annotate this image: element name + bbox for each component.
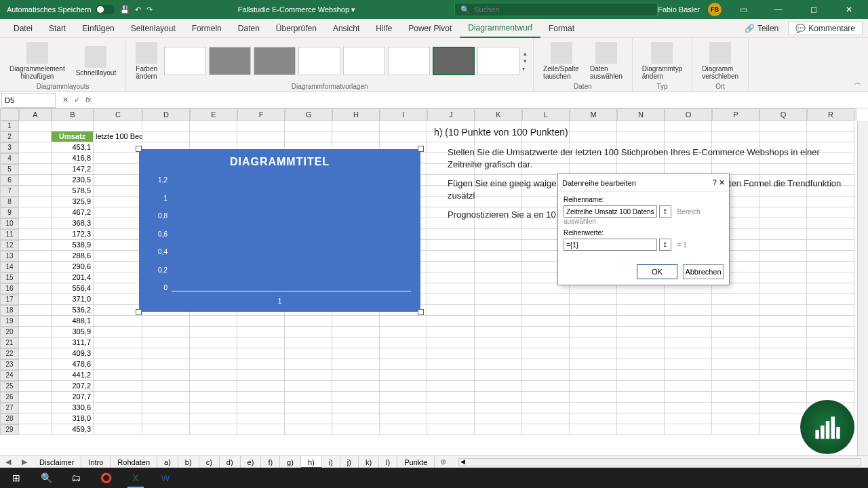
cell[interactable] <box>570 327 617 338</box>
cell[interactable] <box>522 370 570 381</box>
cell[interactable] <box>94 348 142 359</box>
cell[interactable] <box>617 370 665 381</box>
tab-format[interactable]: Format <box>540 19 583 38</box>
move-chart-button[interactable]: Diagramm verschieben <box>698 41 743 81</box>
cell[interactable] <box>19 197 52 207</box>
cell[interactable] <box>380 403 427 413</box>
row-header[interactable]: 4 <box>0 153 19 164</box>
cell[interactable] <box>522 403 570 413</box>
cell[interactable] <box>94 218 142 229</box>
row-header[interactable]: 28 <box>0 413 19 424</box>
cell[interactable] <box>665 392 712 403</box>
cell[interactable]: 478,6 <box>52 359 94 370</box>
comments-button[interactable]: 💬 Kommentare <box>788 22 863 35</box>
cell[interactable] <box>522 424 570 435</box>
cell[interactable] <box>617 305 665 316</box>
cell[interactable] <box>760 370 807 381</box>
cell[interactable]: 207,7 <box>52 392 94 403</box>
cell[interactable] <box>475 283 522 294</box>
cell[interactable] <box>712 424 760 435</box>
row-header[interactable]: 1 <box>0 121 19 131</box>
cell[interactable] <box>94 403 142 413</box>
cell[interactable] <box>19 338 52 348</box>
cell[interactable] <box>94 197 142 207</box>
cell[interactable] <box>760 327 807 338</box>
cell[interactable] <box>475 251 522 262</box>
cell[interactable] <box>665 359 712 370</box>
cell[interactable] <box>617 316 665 327</box>
cell[interactable] <box>94 327 142 338</box>
horizontal-scrollbar[interactable]: ◀ <box>458 458 861 466</box>
cell[interactable] <box>760 316 807 327</box>
cell[interactable] <box>332 131 380 142</box>
taskbar-word-icon[interactable]: W <box>152 468 179 488</box>
column-header[interactable]: H <box>332 108 380 121</box>
cell[interactable] <box>712 370 760 381</box>
cell[interactable] <box>475 272 522 283</box>
cell[interactable] <box>190 413 237 424</box>
cell[interactable] <box>522 316 570 327</box>
cell[interactable] <box>570 413 617 424</box>
styles-scroll-down[interactable]: ▼ <box>522 58 528 64</box>
cell[interactable] <box>570 305 617 316</box>
cell[interactable] <box>380 131 427 142</box>
vertical-scrollbar[interactable] <box>857 121 868 455</box>
chart-style-1[interactable] <box>164 47 206 75</box>
cell[interactable] <box>570 392 617 403</box>
column-header[interactable]: O <box>665 108 712 121</box>
cell[interactable] <box>19 262 52 272</box>
cell[interactable] <box>19 381 52 392</box>
cell[interactable] <box>427 283 475 294</box>
formula-input[interactable] <box>97 96 868 104</box>
cell[interactable] <box>665 413 712 424</box>
cell[interactable] <box>570 316 617 327</box>
cell[interactable] <box>807 381 854 392</box>
cell[interactable] <box>19 207 52 218</box>
cell[interactable] <box>380 424 427 435</box>
row-header[interactable]: 20 <box>0 327 19 338</box>
cell[interactable]: 441,2 <box>52 370 94 381</box>
row-header[interactable]: 11 <box>0 229 19 240</box>
cell[interactable] <box>427 338 475 348</box>
cell[interactable] <box>285 403 332 413</box>
cell[interactable] <box>427 229 475 240</box>
cell[interactable] <box>190 403 237 413</box>
cell[interactable] <box>475 338 522 348</box>
tab-powerpivot[interactable]: Power Pivot <box>400 19 460 38</box>
cell[interactable] <box>712 381 760 392</box>
sheet-tab[interactable]: c) <box>199 456 220 468</box>
dialog-help-icon[interactable]: ? <box>713 178 717 186</box>
cell[interactable] <box>94 121 142 131</box>
cell[interactable] <box>19 131 52 142</box>
cell[interactable] <box>807 316 854 327</box>
row-header[interactable]: 19 <box>0 316 19 327</box>
cell[interactable] <box>19 218 52 229</box>
cell[interactable] <box>285 121 332 131</box>
cell[interactable] <box>427 392 475 403</box>
cell[interactable] <box>807 294 854 305</box>
cell[interactable] <box>617 413 665 424</box>
cell[interactable] <box>760 272 807 283</box>
file-name[interactable]: Fallstudie E-Commerce Webshop <box>238 5 349 14</box>
cell[interactable] <box>665 403 712 413</box>
row-header[interactable]: 25 <box>0 381 19 392</box>
cell[interactable] <box>142 381 190 392</box>
cell[interactable] <box>807 229 854 240</box>
row-header[interactable]: 29 <box>0 424 19 435</box>
cell[interactable] <box>380 413 427 424</box>
cell[interactable]: 230,5 <box>52 175 94 186</box>
save-icon[interactable]: 💾 <box>120 5 130 14</box>
cell[interactable]: 368,3 <box>52 218 94 229</box>
sheet-tab[interactable]: f) <box>261 456 280 468</box>
cell[interactable] <box>807 240 854 251</box>
sheet-tab[interactable]: k) <box>359 456 379 468</box>
tab-diagrammentwurf[interactable]: Diagrammentwurf <box>460 19 540 38</box>
cell[interactable] <box>94 175 142 186</box>
cell[interactable] <box>19 186 52 197</box>
cell[interactable] <box>570 294 617 305</box>
tab-ueberpruefen[interactable]: Überprüfen <box>268 19 325 38</box>
row-header[interactable]: 21 <box>0 338 19 348</box>
cell[interactable] <box>237 316 285 327</box>
cell[interactable]: 536,2 <box>52 305 94 316</box>
cell[interactable] <box>760 348 807 359</box>
